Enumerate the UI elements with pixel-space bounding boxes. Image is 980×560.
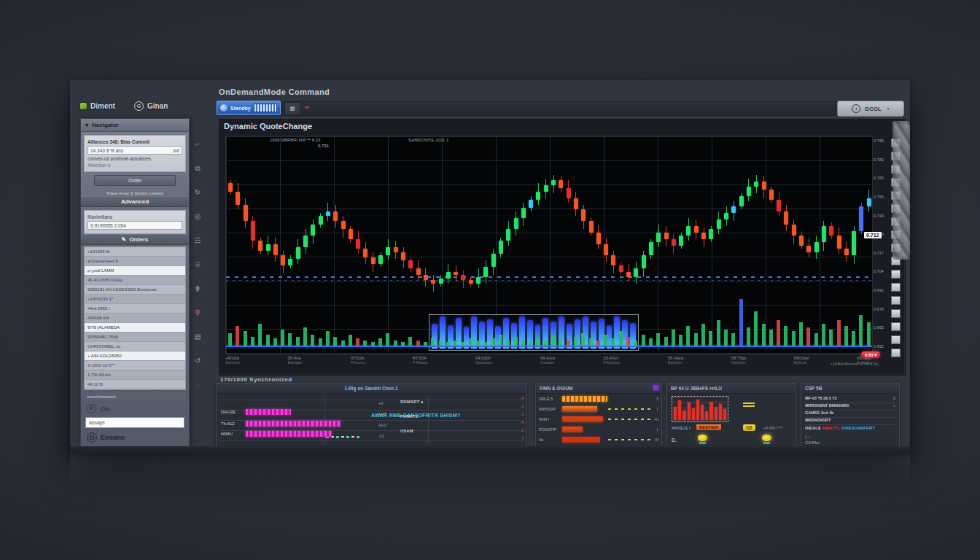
sidebar-title: Navigator: [92, 122, 119, 128]
folder-icon[interactable]: ▤: [192, 331, 203, 343]
dcol-button[interactable]: i DCOL ◔: [837, 101, 904, 117]
list-item[interactable]: 9/79 (ALAMEDA: [85, 323, 185, 332]
form-a-input[interactable]: 14.343 8 % ans out: [88, 146, 182, 155]
slash-circle-icon[interactable]: ⊘: [87, 404, 96, 413]
list-item[interactable]: 49.10 B: [85, 380, 185, 389]
list-item[interactable]: +1Wr9199 1*: [85, 295, 185, 304]
database-button[interactable]: ▦: [284, 102, 300, 115]
panel2-header[interactable]: FINN & OGIUM: [536, 384, 661, 394]
advanced-header[interactable]: Advanced: [81, 196, 189, 207]
loop-icon[interactable]: ◌: [192, 379, 203, 391]
volume-bar: [799, 322, 803, 346]
candle: [341, 221, 346, 229]
candle: [431, 280, 435, 284]
volume-bar: [408, 337, 412, 346]
candle: [754, 182, 758, 187]
yellow-blob: [698, 435, 707, 441]
list-item[interactable]: 1.7% 49 tim: [85, 370, 185, 380]
candle: [829, 226, 833, 236]
list-item[interactable]: +101558 M: [85, 247, 185, 257]
panel3-orange-chip[interactable]: RESTIER: [696, 424, 721, 430]
menu-item-diment[interactable]: Diment: [80, 102, 115, 110]
red-bar: [709, 402, 712, 421]
chart-icon[interactable]: ⋕: [192, 283, 203, 295]
volume-bar: [536, 338, 540, 346]
panel3-header[interactable]: BP 64 U JBBeFS retLU: [667, 384, 796, 394]
panel4-lower-label: (—: [805, 435, 811, 439]
volume-bar: [454, 341, 457, 346]
candle: [228, 183, 233, 191]
list-item[interactable]: AMAMI 6%: [85, 314, 185, 323]
candle: [634, 268, 638, 276]
plot-area[interactable]: 1999 MBRBRI RIP™ 8.23 SAMSONITE 2021 1 0…: [225, 136, 873, 354]
form-a-note: convey-us posthole-actualizes: [88, 156, 182, 161]
list-item[interactable]: 44rd-2955 r: [85, 304, 185, 314]
candle: [672, 239, 676, 246]
red-bar: [705, 411, 708, 420]
list-item[interactable]: 5050181 AN ASSESSES Bowwows: [85, 285, 185, 295]
volume-bar: [859, 315, 863, 346]
sidebar-icon-row: ⊘ Oo: [81, 400, 189, 415]
panel2-row-label: NRLE 5: [539, 397, 553, 401]
grid-icon[interactable]: ⌸: [192, 259, 203, 271]
search-input[interactable]: assays: [85, 417, 184, 428]
volume-bar: [506, 341, 510, 346]
ladder-segment: [891, 322, 901, 331]
panel-market-overview: 1-Rig on Sandril Chen 1 AWAR AWB DANTOFR…: [216, 383, 526, 448]
form-b-input[interactable]: 0.9199555 2.054: [88, 221, 182, 230]
edit-marker-icon[interactable]: ✏: [305, 105, 311, 110]
candle: [844, 249, 849, 255]
red-bar: [723, 409, 726, 420]
volume-bar: [491, 338, 495, 346]
volume-bar: [551, 335, 555, 346]
target-icon[interactable]: ◎: [192, 211, 203, 222]
form-a-title: Alliances 348: Bias Commit: [88, 139, 182, 144]
panel4-row-text: MF-03 *B 29.5 73: [805, 396, 836, 400]
candle: [258, 241, 262, 251]
candle: [401, 252, 405, 260]
candle: [724, 213, 728, 219]
primary-action-button[interactable]: Standby: [217, 101, 281, 115]
orders-header[interactable]: ✎ Orders: [81, 234, 189, 245]
pointer-icon[interactable]: ⌐: [192, 139, 203, 150]
panel2-bar: [562, 416, 603, 422]
panel1-row-label: Th.612: [221, 421, 235, 426]
candle: [679, 236, 683, 246]
candle: [439, 279, 443, 284]
order-button[interactable]: Order: [94, 175, 176, 186]
candle: [386, 247, 390, 255]
list-item[interactable]: 90050481 2548: [85, 332, 185, 342]
candle: [544, 185, 548, 192]
list-item[interactable]: 3-1003-10 0**: [85, 361, 185, 370]
history-icon[interactable]: ↻: [192, 187, 203, 198]
pin-icon[interactable]: ⚲: [192, 307, 203, 319]
purple-square-icon: [653, 385, 658, 390]
panel1-right-number: 1: [521, 412, 524, 416]
list-item[interactable]: + ASt GOLD5050: [85, 351, 185, 361]
volume-bar: [709, 331, 712, 346]
volume-bar: [649, 338, 653, 346]
panel3-ok-badge[interactable]: O2: [743, 424, 755, 431]
locale-row[interactable]: Eireann: [81, 430, 189, 445]
dcol-label: DCOL: [865, 106, 882, 112]
list-item[interactable]: 46.41 A555 01Gly: [85, 276, 185, 285]
list-item[interactable]: a-Guaranteed b: [85, 257, 185, 266]
volume-bar: [363, 341, 367, 346]
copy-icon[interactable]: ⧉: [192, 163, 203, 174]
sidebar-strip: round bisected: [84, 392, 186, 400]
candle: [769, 190, 774, 200]
sidebar-header[interactable]: ▾ Navigator: [81, 119, 189, 132]
panel1-header[interactable]: 1-Rig on Sandril Chen 1: [217, 384, 526, 394]
menu-item-ginan[interactable]: G Ginan: [134, 101, 168, 111]
panel4-header[interactable]: CSP 5B: [801, 384, 899, 394]
candle: [506, 229, 510, 241]
volume-bar: [634, 341, 637, 346]
alert-badge[interactable]: 0.63 ▾: [861, 351, 880, 358]
list-item[interactable]: p-yowl LAMM: [85, 266, 185, 276]
list-item[interactable]: CHRISTABEL 1e: [85, 342, 185, 351]
layers-icon[interactable]: ☷: [192, 235, 203, 246]
volume-bar: [266, 335, 270, 346]
undo-icon[interactable]: ↺: [192, 355, 203, 367]
panel3-row-label: AKKEJ1 I: [672, 426, 691, 430]
orders-header-label: Orders: [129, 236, 148, 243]
